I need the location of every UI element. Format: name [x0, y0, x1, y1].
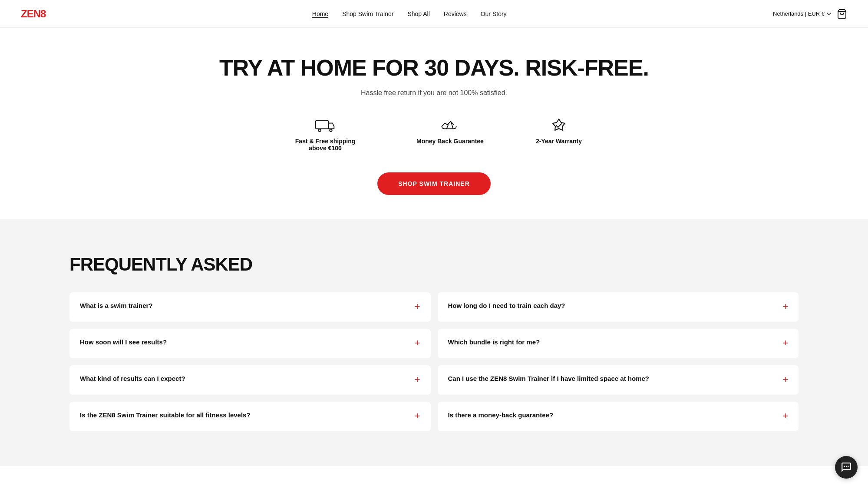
- faq-item[interactable]: What is a swim trainer?+: [69, 292, 431, 322]
- benefit-shipping-label: Fast & Free shipping above €100: [286, 138, 364, 152]
- faq-section: FREQUENTLY ASKED What is a swim trainer?…: [0, 219, 868, 466]
- faq-expand-icon[interactable]: +: [782, 375, 788, 384]
- hero-subtitle: Hassle free return if you are not 100% s…: [21, 89, 847, 97]
- shop-swim-trainer-button[interactable]: SHOP SWIM TRAINER: [377, 172, 491, 195]
- main-nav: Home Shop Swim Trainer Shop All Reviews …: [312, 10, 507, 17]
- faq-item[interactable]: How long do I need to train each day?+: [438, 292, 799, 322]
- faq-grid: What is a swim trainer?+How long do I ne…: [69, 292, 799, 431]
- faq-question: What is a swim trainer?: [80, 301, 408, 310]
- badge-icon: [548, 118, 569, 133]
- svg-point-6: [848, 466, 849, 466]
- benefit-shipping: Fast & Free shipping above €100: [286, 118, 364, 152]
- faq-question: What kind of results can I expect?: [80, 374, 408, 383]
- benefit-warranty-label: 2-Year Warranty: [536, 138, 582, 145]
- nav-reviews[interactable]: Reviews: [444, 10, 467, 17]
- faq-item[interactable]: Is there a money-back guarantee?+: [438, 402, 799, 431]
- faq-question: Can I use the ZEN8 Swim Trainer if I hav…: [448, 374, 776, 383]
- benefits-row: Fast & Free shipping above €100 Money Ba…: [21, 118, 847, 152]
- faq-item[interactable]: What kind of results can I expect?+: [69, 365, 431, 395]
- faq-item[interactable]: Which bundle is right for me?+: [438, 329, 799, 358]
- hero-section: TRY AT HOME FOR 30 DAYS. RISK-FREE. Hass…: [0, 28, 868, 219]
- svg-point-3: [330, 129, 332, 132]
- locale-text: Netherlands | EUR €: [773, 10, 825, 17]
- faq-expand-icon[interactable]: +: [782, 411, 788, 421]
- hero-title: TRY AT HOME FOR 30 DAYS. RISK-FREE.: [21, 56, 847, 80]
- faq-question: How soon will I see results?: [80, 337, 408, 347]
- header-right: Netherlands | EUR €: [773, 9, 847, 19]
- svg-point-2: [318, 129, 321, 132]
- faq-question: Is there a money-back guarantee?: [448, 410, 776, 420]
- chat-icon: [841, 462, 852, 466]
- chevron-down-icon: [826, 11, 832, 17]
- benefit-moneyback-label: Money Back Guarantee: [416, 138, 484, 145]
- handshake-icon: [439, 118, 460, 133]
- faq-title: FREQUENTLY ASKED: [69, 254, 799, 275]
- locale-selector[interactable]: Netherlands | EUR €: [773, 10, 832, 17]
- faq-expand-icon[interactable]: +: [782, 338, 788, 348]
- header: ZEN8 Home Shop Swim Trainer Shop All Rev…: [0, 0, 868, 28]
- svg-rect-1: [316, 121, 329, 129]
- logo[interactable]: ZEN8: [21, 8, 46, 20]
- faq-item[interactable]: How soon will I see results?+: [69, 329, 431, 358]
- truck-icon: [315, 118, 336, 133]
- faq-question: How long do I need to train each day?: [448, 301, 776, 310]
- nav-our-story[interactable]: Our Story: [481, 10, 507, 17]
- svg-point-5: [846, 466, 847, 466]
- logo-text: ZEN8: [21, 8, 46, 20]
- nav-swim-trainer[interactable]: Shop Swim Trainer: [342, 10, 393, 17]
- faq-expand-icon[interactable]: +: [415, 338, 420, 348]
- faq-expand-icon[interactable]: +: [415, 302, 420, 311]
- cart-button[interactable]: [837, 9, 847, 19]
- svg-point-4: [844, 466, 845, 466]
- faq-question: Which bundle is right for me?: [448, 337, 776, 347]
- faq-question: Is the ZEN8 Swim Trainer suitable for al…: [80, 410, 408, 420]
- faq-item[interactable]: Can I use the ZEN8 Swim Trainer if I hav…: [438, 365, 799, 395]
- nav-shop-all[interactable]: Shop All: [407, 10, 429, 17]
- nav-home[interactable]: Home: [312, 10, 328, 17]
- faq-expand-icon[interactable]: +: [415, 411, 420, 421]
- benefit-warranty: 2-Year Warranty: [536, 118, 582, 145]
- faq-expand-icon[interactable]: +: [415, 375, 420, 384]
- faq-expand-icon[interactable]: +: [782, 302, 788, 311]
- benefit-moneyback: Money Back Guarantee: [416, 118, 484, 145]
- faq-item[interactable]: Is the ZEN8 Swim Trainer suitable for al…: [69, 402, 431, 431]
